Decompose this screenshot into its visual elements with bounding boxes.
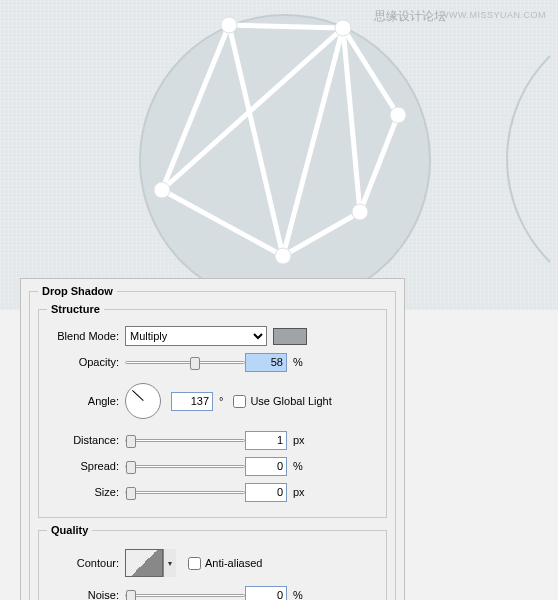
size-slider[interactable] <box>125 483 245 501</box>
size-row: Size: px <box>47 481 378 503</box>
anti-aliased-label: Anti-aliased <box>205 557 262 569</box>
opacity-label: Opacity: <box>47 356 125 368</box>
opacity-row: Opacity: % <box>47 351 378 373</box>
size-label: Size: <box>47 486 125 498</box>
angle-dial[interactable] <box>125 383 161 419</box>
noise-input[interactable] <box>245 586 287 601</box>
spread-label: Spread: <box>47 460 125 472</box>
chevron-down-icon[interactable]: ▾ <box>163 549 176 577</box>
distance-unit: px <box>293 434 305 446</box>
spread-unit: % <box>293 460 303 472</box>
spread-slider[interactable] <box>125 457 245 475</box>
svg-line-1 <box>229 25 343 28</box>
blend-mode-label: Blend Mode: <box>47 330 125 342</box>
canvas-preview: 思缘设计论坛 WWW.MISSYUAN.COM <box>0 0 558 310</box>
noise-row: Noise: % <box>47 584 378 600</box>
blend-mode-row: Blend Mode: Multiply <box>47 325 378 347</box>
svg-point-14 <box>352 204 368 220</box>
watermark-cn: 思缘设计论坛 <box>374 8 446 25</box>
angle-unit: ° <box>219 395 223 407</box>
anti-aliased-checkbox[interactable]: Anti-aliased <box>188 557 262 570</box>
angle-row: Angle: ° Use Global Light <box>47 377 378 425</box>
use-global-light-label: Use Global Light <box>250 395 331 407</box>
opacity-slider[interactable] <box>125 353 245 371</box>
noise-unit: % <box>293 589 303 600</box>
size-unit: px <box>293 486 305 498</box>
quality-group: Quality Contour: ▾ Anti-aliased Noise: <box>38 524 387 600</box>
opacity-unit: % <box>293 356 303 368</box>
spread-row: Spread: % <box>47 455 378 477</box>
drop-shadow-panel: Drop Shadow Structure Blend Mode: Multip… <box>20 278 405 600</box>
svg-point-13 <box>390 107 406 123</box>
svg-point-16 <box>154 182 170 198</box>
distance-label: Distance: <box>47 434 125 446</box>
use-global-light-checkbox[interactable]: Use Global Light <box>233 395 331 408</box>
angle-label: Angle: <box>47 395 125 407</box>
quality-legend: Quality <box>47 524 92 536</box>
distance-row: Distance: px <box>47 429 378 451</box>
structure-legend: Structure <box>47 303 104 315</box>
size-input[interactable] <box>245 483 287 502</box>
contour-picker[interactable]: ▾ <box>125 549 176 577</box>
noise-label: Noise: <box>47 589 125 600</box>
contour-label: Contour: <box>47 557 125 569</box>
svg-point-11 <box>221 17 237 33</box>
contour-row: Contour: ▾ Anti-aliased <box>47 546 378 580</box>
blend-mode-select[interactable]: Multiply <box>125 326 267 346</box>
use-global-light-input[interactable] <box>233 395 246 408</box>
structure-group: Structure Blend Mode: Multiply Opacity: … <box>38 303 387 518</box>
artwork-graphic <box>0 0 558 310</box>
svg-point-15 <box>275 248 291 264</box>
watermark-en: WWW.MISSYUAN.COM <box>440 10 546 20</box>
shadow-color-swatch[interactable] <box>273 328 307 345</box>
svg-point-12 <box>335 20 351 36</box>
noise-slider[interactable] <box>125 586 245 600</box>
panel-title: Drop Shadow <box>38 285 117 297</box>
angle-input[interactable] <box>171 392 213 411</box>
opacity-input[interactable] <box>245 353 287 372</box>
spread-input[interactable] <box>245 457 287 476</box>
anti-aliased-input[interactable] <box>188 557 201 570</box>
contour-swatch[interactable] <box>125 549 163 577</box>
drop-shadow-fieldset: Drop Shadow Structure Blend Mode: Multip… <box>29 285 396 600</box>
distance-slider[interactable] <box>125 431 245 449</box>
distance-input[interactable] <box>245 431 287 450</box>
